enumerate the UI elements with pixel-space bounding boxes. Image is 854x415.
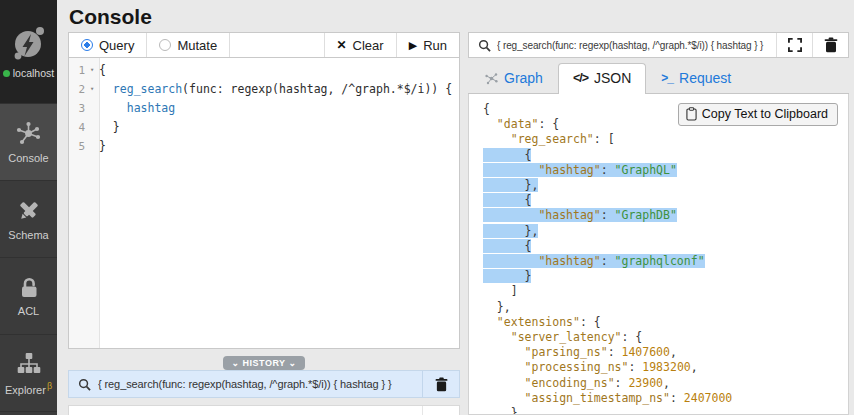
tab-request[interactable]: >_ Request	[646, 63, 746, 93]
query-toolbar: Query Mutate ✕ Clear ▶ Run	[68, 32, 460, 58]
line-number: 4	[69, 118, 85, 137]
copy-to-clipboard-button[interactable]: Copy Text to Clipboard	[678, 103, 838, 126]
run-button[interactable]: ▶ Run	[396, 33, 459, 57]
json-line: "extensions": {	[483, 315, 848, 330]
history-item[interactable]	[68, 405, 460, 415]
result-tabs: Graph </> JSON >_ Request	[468, 63, 849, 94]
sidebar-item-console[interactable]: Console	[0, 104, 57, 181]
editor-code: }	[99, 118, 120, 137]
json-line: },	[483, 224, 848, 239]
trash-icon	[824, 37, 838, 53]
editor-code: hashtag	[99, 99, 175, 118]
dgraph-ratel-app: localhost	[0, 0, 854, 415]
json-response[interactable]: { "data": { "reg_search": [ { "hashtag":…	[469, 94, 848, 415]
history-toggle-button[interactable]: ⌄ HISTORY ⌄	[223, 356, 306, 370]
result-panel: { reg_search(func: regexp(hashtag, /^gra…	[468, 32, 849, 415]
result-query-text: { reg_search(func: regexp(hashtag, /^gra…	[497, 33, 776, 57]
json-line: "assign_timestamp_ns": 2407000	[483, 391, 848, 406]
sidebar-item-label: Schema	[8, 229, 48, 241]
json-line: {	[483, 148, 848, 163]
radio-unselected-icon	[159, 39, 171, 51]
mutate-mode-radio[interactable]: Mutate	[147, 33, 230, 57]
json-line: "hashtag": "GraphQL"	[483, 163, 848, 178]
tab-json[interactable]: </> JSON	[558, 63, 646, 94]
schema-tools-icon	[16, 198, 42, 224]
console-graph-icon	[15, 120, 42, 147]
history-item[interactable]: { reg_search(func: regexp(hashtag, /^gra…	[68, 370, 460, 398]
json-line: "parsing_ns": 1407600,	[483, 345, 848, 360]
dgraph-logo-icon	[10, 24, 48, 62]
terminal-prompt-icon: >_	[661, 71, 673, 85]
clipboard-icon	[686, 107, 697, 121]
beta-badge: β	[47, 381, 52, 391]
editor-line[interactable]: 3 hashtag	[69, 99, 459, 118]
mutate-mode-label: Mutate	[177, 38, 217, 53]
json-line: "server_latency": {	[483, 330, 848, 345]
editor-code: reg_search(func: regexp(hashtag, /^graph…	[99, 80, 452, 99]
sidebar-item-acl[interactable]: ACL	[0, 258, 57, 335]
fullscreen-button[interactable]	[776, 33, 812, 57]
line-number: 1	[69, 61, 85, 80]
search-icon	[69, 378, 98, 391]
editor-line[interactable]: 2▾ reg_search(func: regexp(hashtag, /^gr…	[69, 80, 459, 99]
line-number: 3	[69, 99, 85, 118]
json-line: "reg_search": [	[483, 132, 848, 147]
sidebar-item-label: Explorerβ	[5, 381, 52, 396]
editor-code: }	[99, 137, 106, 156]
sidebar-item-label: ACL	[18, 305, 39, 317]
line-number: 2	[69, 80, 85, 99]
clear-x-icon: ✕	[337, 38, 347, 52]
sidebar: localhost	[0, 0, 57, 415]
json-line: {	[483, 193, 848, 208]
json-line: },	[483, 300, 848, 315]
json-line: {	[483, 239, 848, 254]
delete-result-button[interactable]	[812, 33, 848, 57]
editor-code: {	[99, 61, 106, 80]
explorer-sitemap-icon	[16, 350, 42, 376]
sidebar-item-explorer[interactable]: Explorerβ	[0, 335, 57, 412]
sidebar-item-schema[interactable]: Schema	[0, 181, 57, 258]
fold-arrow-icon	[85, 137, 99, 156]
editor-line[interactable]: 5}	[69, 137, 459, 156]
run-play-icon: ▶	[409, 39, 417, 52]
json-line: ]	[483, 284, 848, 299]
trash-icon	[435, 377, 448, 392]
delete-history-button[interactable]	[422, 406, 459, 415]
json-result-body: Copy Text to Clipboard { "data": { "reg_…	[468, 94, 849, 415]
delete-history-button[interactable]	[422, 371, 459, 397]
connection-status: localhost	[3, 67, 54, 79]
json-line: },	[483, 406, 848, 415]
fold-arrow-icon	[85, 99, 99, 118]
clear-button[interactable]: ✕ Clear	[324, 33, 396, 57]
history-toggle-wrap: ⌄ HISTORY ⌄	[68, 352, 460, 366]
line-number: 5	[69, 137, 85, 156]
query-panel: Query Mutate ✕ Clear ▶ Run	[68, 32, 460, 415]
json-line: "hashtag": "GraphDB"	[483, 208, 848, 223]
online-status-dot	[3, 70, 10, 77]
json-line: "encoding_ns": 23900,	[483, 376, 848, 391]
toolbar-spacer	[230, 33, 323, 57]
page-title: Console	[69, 5, 854, 29]
json-line: },	[483, 178, 848, 193]
sidebar-item-localhost[interactable]: localhost	[0, 0, 57, 104]
json-line: "hashtag": "graphqlconf"	[483, 254, 848, 269]
search-icon	[469, 33, 497, 57]
main-area: Console Query Mutate ✕ Clear	[57, 0, 854, 415]
json-line: "processing_ns": 1983200,	[483, 360, 848, 375]
query-mode-label: Query	[99, 38, 134, 53]
sidebar-item-label: Console	[8, 152, 48, 164]
editor-line[interactable]: 1▾{	[69, 61, 459, 80]
radio-selected-icon	[81, 39, 93, 51]
host-label: localhost	[13, 67, 54, 79]
fold-arrow-icon[interactable]: ▾	[85, 80, 99, 99]
query-editor[interactable]: 1▾{2▾ reg_search(func: regexp(hashtag, /…	[68, 58, 460, 349]
json-line: }	[483, 269, 848, 284]
fold-arrow-icon[interactable]: ▾	[85, 61, 99, 80]
history-query-text: { reg_search(func: regexp(hashtag, /^gra…	[98, 378, 422, 390]
tab-graph[interactable]: Graph	[470, 63, 558, 93]
graph-network-icon	[485, 72, 498, 85]
editor-line[interactable]: 4 }	[69, 118, 459, 137]
query-mode-radio[interactable]: Query	[69, 33, 147, 57]
result-query-bar: { reg_search(func: regexp(hashtag, /^gra…	[468, 32, 849, 58]
fullscreen-icon	[788, 38, 802, 52]
